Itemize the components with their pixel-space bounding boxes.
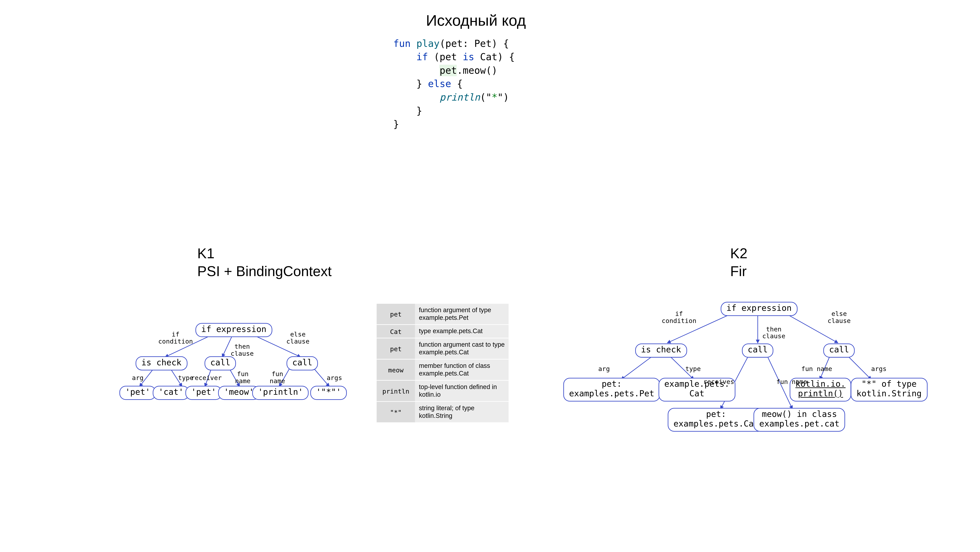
k1-edge-funname2: fun name [270, 370, 285, 384]
k1-edge-then: then clause [231, 343, 254, 357]
table-row: petfunction argument cast to type exampl… [377, 338, 509, 359]
bc-key: Cat [377, 324, 415, 338]
code-kw-is: is [463, 51, 474, 63]
k1-node-call-then: call [205, 356, 236, 370]
k2-edge-funname2: fun name [801, 365, 832, 372]
k2-node-ischeck: is check [635, 343, 687, 358]
k2-edge-receives: receives [703, 378, 734, 385]
code-fn-println: println [440, 92, 480, 103]
k2-edge-arg: arg [598, 365, 610, 372]
k2-node-starstr: "*" of type kotlin.String [851, 378, 927, 402]
k2-node-meowincat: meow() in class examples.pet.cat [753, 408, 845, 432]
k1-label-line2: PSI + BindingContext [197, 263, 332, 279]
table-row: petfunction argument of type example.pet… [377, 304, 509, 324]
code-close-else: } [393, 105, 422, 116]
k1-node-pet2: 'pet' [185, 386, 222, 400]
k1-node-ischeck: is check [136, 356, 187, 370]
code-kw-fun: fun [393, 38, 411, 49]
bc-value: function argument cast to type example.p… [415, 338, 509, 359]
table-row: printlntop-level function defined in kot… [377, 380, 509, 402]
k1-node-star: '"*"' [310, 386, 347, 400]
code-ifcond2: Cat) { [474, 51, 515, 63]
k1-label: K1 PSI + BindingContext [197, 245, 332, 280]
k1-node-cat: 'cat' [153, 386, 189, 400]
bc-key: "*" [377, 401, 415, 423]
code-close-fun: } [393, 119, 399, 130]
k1-edge-receiver: receiver [191, 374, 222, 381]
k1-edge-args: args [327, 374, 342, 381]
code-pet-hl: pet [440, 65, 457, 76]
bc-value: top-level function defined in kotlin.io [415, 380, 509, 402]
k1-node-ischeck-text: is check [136, 356, 187, 370]
code-str-star: * [492, 92, 498, 103]
code-println-arg2: ") [498, 92, 509, 103]
k1-node-cat-text: 'cat' [153, 386, 189, 400]
k1-node-call-then-text: call [205, 356, 236, 370]
k2-label: K2 Fir [730, 245, 747, 280]
k2-node-petpet: pet: examples.pets.Pet [563, 378, 660, 402]
k2-edge-type: type [686, 365, 701, 372]
bc-value: string literal; of type kotlin.String [415, 401, 509, 423]
code-indent-println [393, 92, 440, 103]
code-dot-meow: .meow() [457, 65, 498, 76]
k2-node-call-then-text: call [742, 343, 773, 358]
k1-node-pet2-text: 'pet' [185, 386, 222, 400]
k2-edge-else: else clause [827, 310, 851, 324]
k2-node-petpet-text: pet: examples.pets.Pet [563, 378, 660, 402]
k2-edge-funname1: fun name [776, 378, 807, 385]
k1-edge-else: else clause [286, 330, 310, 345]
k1-node-root: if expression [196, 323, 272, 337]
source-code-block: fun play(pet: Pet) { if (pet is Cat) { p… [393, 37, 573, 131]
k1-label-line1: K1 [197, 246, 215, 262]
k1-edge-ifcond: if condition [158, 330, 193, 345]
k2-node-starstr-text: "*" of type kotlin.String [851, 378, 927, 402]
k2-node-petcat: pet: examples.pets.Cat [668, 408, 765, 432]
code-else-open: { [451, 78, 463, 90]
k1-node-println: 'println' [252, 386, 309, 400]
table-row: Cattype example.pets.Cat [377, 324, 509, 338]
code-close-then: } [393, 78, 422, 90]
k2-node-call-else: call [823, 343, 855, 358]
code-kw-else: else [422, 78, 451, 90]
k2-node-call-else-text: call [823, 343, 855, 358]
k2-node-ischeck-text: is check [635, 343, 687, 358]
k2-node-call-then: call [742, 343, 773, 358]
k2-node-root: if expression [721, 302, 797, 316]
k1-node-call-else-text: call [286, 356, 318, 370]
table-row: meowmember function of class example.pet… [377, 359, 509, 380]
binding-context-table: petfunction argument of type example.pet… [377, 304, 509, 423]
code-kw-if: if [393, 51, 428, 63]
k2-edge-then: then clause [762, 325, 785, 340]
k1-node-println-text: 'println' [252, 386, 309, 400]
svg-line-12 [621, 357, 652, 379]
k2-node-meowincat-text: meow() in class examples.pet.cat [753, 408, 845, 432]
k1-node-call-else: call [286, 356, 318, 370]
k1-node-star-text: '"*"' [310, 386, 347, 400]
k2-label-line1: K2 [730, 246, 747, 262]
bc-value: function argument of type example.pets.P… [415, 304, 509, 324]
k1-edge-funname1: fun name [235, 370, 250, 384]
heading-source: Исходный код [426, 11, 526, 30]
code-fn-play: play [417, 38, 440, 49]
bc-key: pet [377, 338, 415, 359]
k2-node-root-text: if expression [721, 302, 797, 316]
k2-edge-args: args [871, 365, 886, 372]
k1-node-pet1-text: 'pet' [119, 386, 156, 400]
bc-key: meow [377, 359, 415, 380]
bc-value: type example.pets.Cat [415, 324, 509, 338]
k2-edge-ifcond: if condition [662, 310, 697, 324]
k1-node-pet1: 'pet' [119, 386, 156, 400]
bc-key: println [377, 380, 415, 402]
code-sig: (pet: Pet) { [440, 38, 509, 49]
bc-key: pet [377, 304, 415, 324]
k1-edge-arg: arg [132, 374, 143, 381]
bc-value: member function of class example.pets.Ca… [415, 359, 509, 380]
k2-label-line2: Fir [730, 263, 746, 279]
k1-node-root-text: if expression [196, 323, 272, 337]
code-println-arg1: (" [480, 92, 492, 103]
k2-node-petcat-text: pet: examples.pets.Cat [668, 408, 765, 432]
svg-line-17 [849, 357, 871, 379]
code-ifcond1: (pet [428, 51, 463, 63]
table-row: "*"string literal; of type kotlin.String [377, 401, 509, 423]
code-indent-pet [393, 65, 440, 76]
